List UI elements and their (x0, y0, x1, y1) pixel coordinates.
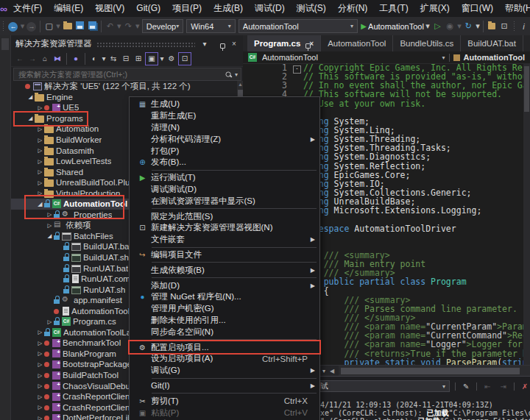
home-icon[interactable]: ⌂ (39, 53, 51, 65)
window-position-caret-icon[interactable]: ▾ (199, 40, 210, 48)
menu-item[interactable]: 编辑(E) (48, 0, 89, 17)
context-menu-item[interactable]: 添加(D)▶ (130, 280, 319, 291)
clear-all-icon[interactable]: ✗ (520, 382, 530, 391)
context-menu-item[interactable]: Git(I)▶ (130, 380, 319, 392)
context-menu-item[interactable]: ↪编辑项目文件 (130, 249, 319, 261)
output-log[interactable]: 4/11/21 12:09:13 (2024-11-21T04:09:13Z)x… (320, 402, 530, 420)
context-menu-item[interactable]: 同步命名空间(N) (130, 326, 319, 338)
navigate-back-button[interactable]: ← (7, 21, 19, 32)
context-menu-item[interactable]: ▦生成(U) (130, 99, 319, 110)
live-share-button[interactable]: ⊡ (498, 21, 511, 31)
output-channel-combo[interactable]: 调试 ▾ (309, 380, 450, 392)
menu-item[interactable]: 窗口(W) (456, 0, 499, 17)
start-without-debugging-button[interactable]: ▷ (431, 21, 444, 31)
collapsed-arrow-icon[interactable]: ▷ (46, 318, 54, 325)
context-menu-item[interactable]: 限定为此范围(S) (130, 210, 319, 222)
open-file-button[interactable] (61, 21, 74, 31)
breadcrumb-project[interactable]: AutomationTool (248, 53, 318, 62)
horizontal-scrollbar[interactable] (339, 366, 530, 377)
run-dropdown-caret-icon[interactable]: ▾ (424, 21, 431, 31)
save-all-button[interactable] (86, 21, 99, 31)
preview-selected-items-toggle[interactable]: ⊡ (178, 52, 191, 65)
editor-tab[interactable]: BuildUAT.bat (461, 35, 523, 51)
context-menu-item[interactable]: ⚙配置启动项目... (130, 341, 319, 353)
collapsed-arrow-icon[interactable]: ▷ (36, 350, 44, 357)
menu-item[interactable]: Git(G) (130, 0, 166, 17)
filter-caret-icon[interactable]: ▾ (101, 53, 107, 65)
breadcrumb-caret-icon[interactable]: ▾ (442, 54, 445, 61)
collapsed-arrow-icon[interactable]: ▷ (36, 372, 44, 379)
collapsed-arrow-icon[interactable]: ▷ (36, 126, 44, 132)
collapsed-arrow-icon[interactable]: ▷ (36, 104, 44, 111)
collapsed-arrow-icon[interactable]: ▷ (46, 222, 54, 229)
collapsed-arrow-icon[interactable]: ▷ (36, 382, 44, 389)
scrollbar-thumb[interactable] (524, 66, 529, 112)
menu-item[interactable]: 生成(B) (208, 0, 249, 17)
configuration-combo[interactable]: Develop ▾ (142, 19, 183, 33)
context-menu-item[interactable]: ●管理 NuGet 程序包(N)... (130, 291, 319, 303)
next-message-icon[interactable]: ⇥ (498, 382, 508, 391)
collapsed-arrow-icon[interactable]: ▷ (46, 211, 54, 218)
collapsed-arrow-icon[interactable]: ▷ (36, 340, 44, 346)
message-filter-icon[interactable]: ✎ (461, 382, 471, 391)
show-all-files-icon[interactable]: ⊞ (132, 53, 144, 65)
context-menu-item[interactable]: 分析和代码清理(Z)▶ (130, 133, 319, 145)
context-menu-item[interactable]: 打包(P) (130, 145, 319, 157)
collapsed-tool-window-tab[interactable] (1, 38, 9, 50)
context-menu-item[interactable]: 设为启动项目(A)Ctrl+Shift+P (130, 353, 319, 365)
redo-button[interactable]: ↷ (122, 21, 135, 31)
context-menu-item[interactable]: 删除未使用的引用... (130, 315, 319, 327)
close-icon[interactable]: × (229, 40, 239, 48)
expanded-arrow-icon[interactable]: ◢ (26, 115, 35, 121)
collapsed-arrow-icon[interactable]: ▷ (36, 179, 44, 186)
menu-item[interactable]: 工具(T) (373, 0, 414, 17)
expanded-arrow-icon[interactable]: ◢ (26, 93, 35, 100)
expanded-arrow-icon[interactable]: ◢ (46, 232, 54, 239)
restart-button[interactable]: ↻ (462, 21, 475, 31)
redo-caret-icon[interactable]: ▾ (135, 21, 141, 31)
collapsed-arrow-icon[interactable]: ▷ (36, 190, 44, 196)
properties-wrench-icon[interactable]: ⚙ (166, 53, 177, 65)
menu-item[interactable]: 帮助(H) (499, 0, 530, 17)
cleanup-caret-icon[interactable]: ▾ (322, 368, 325, 374)
collapsed-arrow-icon[interactable]: ▷ (36, 415, 44, 420)
navigate-forward-button[interactable]: → (25, 21, 38, 32)
context-menu-item[interactable]: 生成依赖项(B)▶ (130, 264, 319, 276)
context-menu-item[interactable]: 调试测试(D) (130, 184, 319, 196)
undo-caret-icon[interactable]: ▾ (116, 21, 122, 31)
editor-vertical-scrollbar[interactable] (523, 63, 530, 366)
editor-tab[interactable]: Program.cs× (247, 35, 321, 51)
open-changes-filter-icon[interactable]: ◐ (88, 53, 100, 65)
toolbar-grip[interactable] (513, 21, 515, 32)
collapsed-arrow-icon[interactable]: ▷ (36, 404, 44, 410)
editor-tab[interactable]: AutomationTool (321, 35, 393, 51)
switch-views-icon[interactable]: ⧓ (52, 53, 63, 65)
collapsed-arrow-icon[interactable]: ▷ (36, 147, 44, 154)
menu-item[interactable]: 视图(V) (89, 0, 130, 17)
pending-changes-filter-icon[interactable]: ● (70, 53, 82, 65)
undo-button[interactable]: ↶ (104, 21, 116, 31)
explorer-back-icon[interactable]: ← (14, 53, 26, 65)
context-menu-item[interactable]: ✂剪切(T)Ctrl+X (130, 395, 319, 407)
collapsed-arrow-icon[interactable]: ▷ (36, 394, 44, 400)
panel-drag-handle[interactable] (96, 42, 196, 47)
collapsed-arrow-icon[interactable]: ▷ (36, 168, 44, 175)
previous-message-icon[interactable]: ⇤ (482, 382, 492, 391)
restart-caret-icon[interactable]: ▾ (475, 21, 481, 31)
context-menu-item[interactable]: 调试(G)▶ (130, 365, 319, 377)
menu-item[interactable]: 分析(N) (332, 0, 374, 17)
context-menu-item[interactable]: ▶运行测试(T) (130, 172, 319, 184)
hot-reload-button[interactable]: ◉ (444, 21, 456, 31)
menu-item[interactable]: 文件(F) (7, 0, 48, 17)
toolbar-grip[interactable] (2, 21, 4, 32)
collapsed-arrow-icon[interactable]: ▷ (36, 361, 44, 368)
expanded-arrow-icon[interactable]: ◢ (36, 201, 44, 207)
context-menu-item[interactable]: 重新生成(E) (130, 110, 319, 122)
collapsed-arrow-icon[interactable]: ▷ (36, 329, 44, 335)
menu-item[interactable]: 项目(P) (166, 0, 208, 17)
platform-combo[interactable]: Win64 ▾ (186, 19, 236, 33)
context-menu-item[interactable]: ⊡新建解决方案资源管理器视图(N) (130, 222, 319, 234)
context-menu-item[interactable]: ⊕发布(B)... (130, 157, 319, 168)
feedback-icon[interactable]: i (517, 22, 530, 31)
find-in-files-button[interactable] (486, 21, 498, 31)
